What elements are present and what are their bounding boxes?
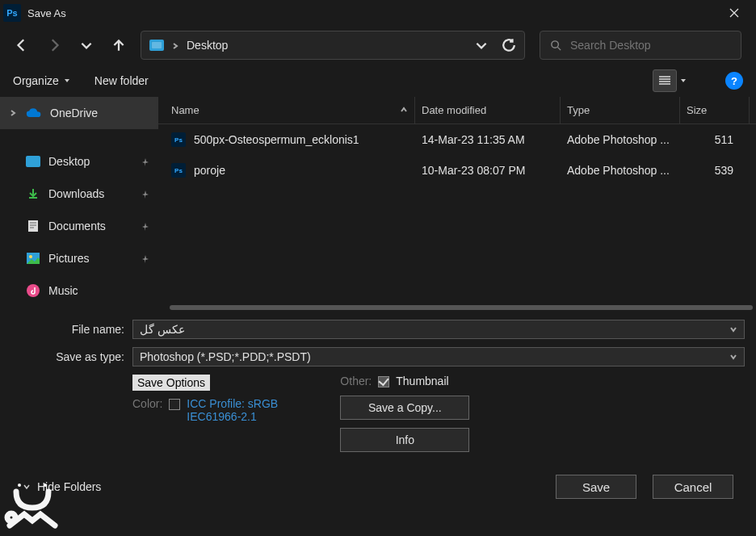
file-row[interactable]: Psporoje 10-Mar-23 08:07 PM Adobe Photos…	[158, 155, 756, 186]
downloads-icon	[26, 186, 40, 201]
list-view-icon	[659, 76, 670, 86]
toolbar: Organize New folder ?	[0, 65, 756, 97]
close-button[interactable]	[716, 0, 753, 26]
column-name[interactable]: Name	[165, 97, 415, 124]
save-type-value: Photoshop (*.PSD;*.PDD;*.PSDT)	[140, 350, 729, 363]
search-input[interactable]	[570, 39, 731, 52]
tree-label: Desktop	[48, 155, 90, 168]
column-date[interactable]: Date modified	[415, 97, 561, 124]
breadcrumb-location[interactable]: Desktop	[187, 39, 228, 52]
file-date: 14-Mar-23 11:35 AM	[415, 133, 561, 146]
file-size: 511	[680, 133, 750, 146]
save-type-label: Save as type:	[11, 350, 124, 363]
refresh-button[interactable]	[502, 38, 516, 52]
hide-folders-label: Hide Folders	[37, 480, 101, 493]
color-label: Color:	[132, 397, 162, 410]
psd-file-icon: Ps	[171, 163, 186, 178]
tree-item-pictures[interactable]: Pictures	[0, 242, 158, 274]
new-folder-button[interactable]: New folder	[94, 74, 149, 87]
file-row[interactable]: Ps500px-Osteospermum_ecklonis1 14-Mar-23…	[158, 124, 756, 155]
hide-folders-button[interactable]: Hide Folders	[23, 480, 101, 493]
save-a-copy-button[interactable]: Save a Copy...	[340, 396, 469, 420]
desktop-icon	[149, 40, 164, 51]
chevron-down-icon	[23, 483, 31, 491]
chevron-down-icon[interactable]	[729, 323, 737, 336]
info-button[interactable]: Info	[340, 428, 469, 452]
organize-label: Organize	[13, 74, 59, 87]
forward-button[interactable]	[47, 38, 61, 52]
column-size[interactable]: Size	[680, 97, 750, 124]
up-button[interactable]	[111, 38, 126, 52]
tree-item-music[interactable]: Music	[0, 274, 158, 307]
file-type: Adobe Photoshop ...	[561, 133, 680, 146]
pin-icon	[141, 157, 150, 166]
svg-point-3	[29, 255, 32, 258]
folder-tree: OneDrive Desktop Downloads Documents Pic…	[0, 97, 158, 312]
window-title: Save As	[27, 7, 716, 19]
nav-row: Desktop	[0, 26, 756, 65]
file-list: Ps500px-Osteospermum_ecklonis1 14-Mar-23…	[158, 124, 756, 304]
pin-icon	[141, 189, 150, 199]
file-name: 500px-Osteospermum_ecklonis1	[194, 133, 359, 146]
tree-label: Music	[48, 284, 78, 297]
desktop-folder-icon	[26, 156, 40, 167]
file-name-label: File name:	[11, 323, 124, 336]
file-type: Adobe Photoshop ...	[561, 164, 680, 177]
file-size: 539	[680, 164, 750, 177]
file-name-input[interactable]: عکس گل	[132, 320, 745, 339]
help-button[interactable]: ?	[725, 72, 743, 90]
tree-item-onedrive[interactable]: OneDrive	[0, 97, 158, 129]
cancel-button[interactable]: Cancel	[653, 475, 733, 499]
view-mode-button[interactable]	[653, 69, 677, 92]
icc-profile-checkbox[interactable]	[169, 399, 180, 410]
icc-profile-link[interactable]: ICC Profile: sRGB IEC61966-2.1	[187, 397, 308, 423]
pin-icon	[141, 221, 150, 231]
tree-label: Downloads	[48, 187, 104, 200]
search-icon	[550, 40, 562, 52]
tree-label: Documents	[48, 220, 106, 232]
save-type-select[interactable]: Photoshop (*.PSD;*.PDD;*.PSDT)	[132, 347, 745, 366]
tree-item-desktop[interactable]: Desktop	[0, 145, 158, 178]
back-button[interactable]	[15, 38, 29, 52]
view-dropdown-icon[interactable]	[680, 77, 687, 84]
organize-button[interactable]: Organize	[13, 74, 70, 87]
tree-item-documents[interactable]: Documents	[0, 210, 158, 242]
sort-icon	[400, 104, 408, 116]
column-headers: Name Date modified Type Size	[158, 97, 756, 124]
search-bar[interactable]	[540, 31, 741, 60]
pictures-icon	[26, 251, 40, 266]
psd-file-icon: Ps	[171, 132, 186, 147]
save-options-heading: Save Options	[132, 375, 210, 391]
onedrive-icon	[26, 107, 42, 119]
tree-item-downloads[interactable]: Downloads	[0, 178, 158, 210]
save-button[interactable]: Save	[556, 475, 636, 499]
tree-label: Pictures	[48, 252, 90, 265]
svg-point-7	[7, 513, 15, 521]
tree-label: OneDrive	[50, 107, 98, 119]
column-type[interactable]: Type	[561, 97, 680, 124]
file-date: 10-Mar-23 08:07 PM	[415, 164, 561, 177]
other-label: Other:	[340, 375, 372, 387]
save-panel: File name: عکس گل Save as type: Photosho…	[0, 312, 756, 510]
recent-dropdown[interactable]	[79, 38, 94, 52]
breadcrumb-bar[interactable]: Desktop	[141, 31, 525, 60]
file-name: poroje	[194, 164, 225, 177]
file-name-value: عکس گل	[140, 323, 729, 336]
breadcrumb-dropdown[interactable]	[474, 38, 489, 52]
svg-rect-1	[28, 220, 38, 232]
svg-point-0	[552, 40, 558, 47]
pin-icon	[141, 253, 150, 263]
documents-icon	[26, 219, 40, 233]
thumbnail-label: Thumbnail	[396, 375, 448, 387]
horizontal-scrollbar[interactable]	[158, 304, 756, 312]
titlebar: Ps Save As	[0, 0, 756, 26]
chevron-down-icon[interactable]	[729, 350, 737, 363]
music-icon	[26, 283, 40, 298]
thumbnail-checkbox[interactable]	[378, 376, 389, 387]
photoshop-app-icon: Ps	[3, 4, 21, 22]
